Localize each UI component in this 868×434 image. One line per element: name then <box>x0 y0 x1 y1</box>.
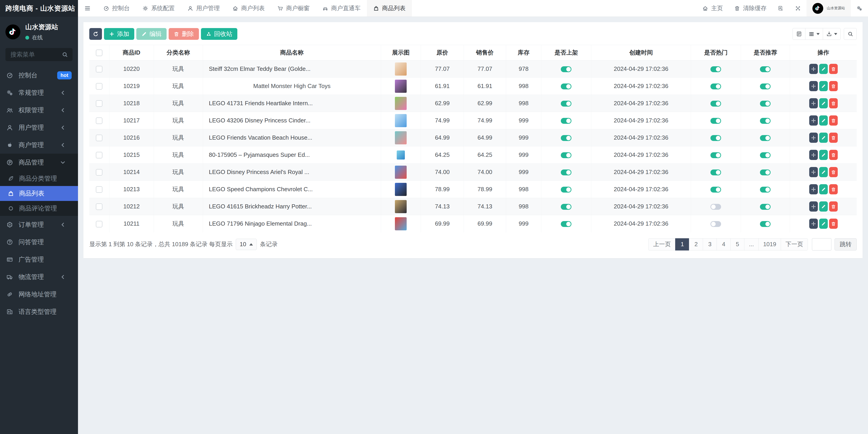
row-edit-button[interactable] <box>819 201 828 211</box>
nav-fullscreen-button[interactable] <box>789 0 807 17</box>
sidebar-item[interactable]: 问答管理 <box>0 233 78 251</box>
pagination-page-button[interactable]: 4 <box>717 238 731 251</box>
row-move-button[interactable] <box>809 81 818 91</box>
recommend-toggle[interactable] <box>760 187 771 193</box>
refresh-button[interactable] <box>89 28 102 40</box>
sidebar-item[interactable]: 商品管理 <box>0 154 78 171</box>
on-sale-toggle[interactable] <box>561 187 571 193</box>
hot-toggle[interactable] <box>710 101 721 107</box>
row-move-button[interactable] <box>809 98 818 108</box>
nav-language-button[interactable] <box>772 0 789 17</box>
on-sale-toggle[interactable] <box>561 221 571 227</box>
sidebar-item[interactable]: 权限管理 <box>0 102 78 119</box>
on-sale-toggle[interactable] <box>561 101 571 107</box>
recommend-toggle[interactable] <box>760 118 771 124</box>
recommend-toggle[interactable] <box>760 152 771 158</box>
recycle-bin-button[interactable]: 回收站 <box>201 28 237 40</box>
sidebar-item[interactable]: 商户管理 <box>0 136 78 154</box>
on-sale-toggle[interactable] <box>561 84 571 89</box>
row-checkbox[interactable] <box>96 135 102 141</box>
sidebar-item[interactable]: 语言类型管理 <box>0 303 78 320</box>
sidebar-item[interactable]: 广告管理 <box>0 251 78 268</box>
sidebar-item[interactable]: 控制台hot <box>0 66 78 84</box>
row-edit-button[interactable] <box>819 150 828 160</box>
row-checkbox[interactable] <box>96 221 102 227</box>
row-checkbox[interactable] <box>96 169 102 176</box>
row-edit-button[interactable] <box>819 64 828 74</box>
recommend-toggle[interactable] <box>760 66 771 72</box>
navbar-tab[interactable]: 用户管理 <box>181 0 226 17</box>
nav-user-menu[interactable]: 山水资源站 <box>807 0 851 17</box>
page-jump-input[interactable] <box>812 238 831 251</box>
hot-toggle[interactable] <box>710 84 721 89</box>
sidebar-item[interactable]: 网络地址管理 <box>0 286 78 303</box>
recommend-toggle[interactable] <box>760 84 771 89</box>
pagination-prev-button[interactable]: 上一页 <box>648 238 675 251</box>
pagination-page-button[interactable]: 1019 <box>758 238 781 251</box>
row-edit-button[interactable] <box>819 219 828 229</box>
sidebar-subitem[interactable]: 商品评论管理 <box>0 201 78 216</box>
navbar-tab[interactable]: 商户列表 <box>226 0 271 17</box>
row-edit-button[interactable] <box>819 81 828 91</box>
row-move-button[interactable] <box>809 167 818 177</box>
pagination-next-button[interactable]: 下一页 <box>781 238 808 251</box>
recommend-toggle[interactable] <box>760 221 771 227</box>
page-jump-button[interactable]: 跳转 <box>835 238 857 251</box>
hot-toggle[interactable] <box>710 152 721 158</box>
row-checkbox[interactable] <box>96 152 102 158</box>
sidebar-item[interactable]: 订单管理 <box>0 216 78 233</box>
sidebar-item[interactable]: 用户管理 <box>0 119 78 136</box>
hot-toggle[interactable] <box>710 204 721 210</box>
nav-clear-cache[interactable]: 清除缓存 <box>728 0 772 17</box>
row-edit-button[interactable] <box>819 133 828 143</box>
row-move-button[interactable] <box>809 150 818 160</box>
row-checkbox[interactable] <box>96 203 102 210</box>
pagination-page-button[interactable]: ... <box>744 238 758 251</box>
columns-dropdown-button[interactable] <box>805 28 823 40</box>
row-checkbox[interactable] <box>96 83 102 90</box>
menu-search-input[interactable] <box>10 51 62 58</box>
recommend-toggle[interactable] <box>760 204 771 210</box>
nav-settings-button[interactable] <box>851 0 868 17</box>
delete-button[interactable]: 删除 <box>168 28 199 40</box>
row-checkbox[interactable] <box>96 66 102 73</box>
navbar-tab[interactable]: 控制台 <box>97 0 136 17</box>
row-delete-button[interactable] <box>829 133 838 143</box>
row-delete-button[interactable] <box>829 81 838 91</box>
export-dropdown-button[interactable] <box>823 28 841 40</box>
row-delete-button[interactable] <box>829 150 838 160</box>
detail-view-button[interactable] <box>793 28 805 40</box>
row-move-button[interactable] <box>809 115 818 125</box>
recommend-toggle[interactable] <box>760 101 771 107</box>
row-edit-button[interactable] <box>819 98 828 108</box>
page-size-select[interactable]: 10 <box>236 239 257 250</box>
hot-toggle[interactable] <box>710 66 721 72</box>
hot-toggle[interactable] <box>710 118 721 124</box>
row-edit-button[interactable] <box>819 115 828 125</box>
on-sale-toggle[interactable] <box>561 135 571 141</box>
on-sale-toggle[interactable] <box>561 170 571 175</box>
row-edit-button[interactable] <box>819 167 828 177</box>
recommend-toggle[interactable] <box>760 135 771 141</box>
pagination-page-button[interactable]: 2 <box>689 238 703 251</box>
sidebar-subitem[interactable]: 商品列表 <box>0 186 78 201</box>
on-sale-toggle[interactable] <box>561 118 571 124</box>
pagination-page-button[interactable]: 1 <box>675 238 689 251</box>
search-toggle-button[interactable] <box>844 28 857 40</box>
row-checkbox[interactable] <box>96 186 102 193</box>
recommend-toggle[interactable] <box>760 170 771 175</box>
add-button[interactable]: 添加 <box>104 28 134 40</box>
on-sale-toggle[interactable] <box>561 152 571 158</box>
edit-button[interactable]: 编辑 <box>136 28 166 40</box>
row-move-button[interactable] <box>809 201 818 211</box>
pagination-page-button[interactable]: 3 <box>703 238 717 251</box>
row-delete-button[interactable] <box>829 219 838 229</box>
on-sale-toggle[interactable] <box>561 66 571 72</box>
row-delete-button[interactable] <box>829 201 838 211</box>
row-move-button[interactable] <box>809 219 818 229</box>
sidebar-toggle-button[interactable] <box>78 0 97 17</box>
hot-toggle[interactable] <box>710 221 721 227</box>
hot-toggle[interactable] <box>710 187 721 193</box>
row-delete-button[interactable] <box>829 115 838 125</box>
nav-home[interactable]: 主页 <box>697 0 728 17</box>
